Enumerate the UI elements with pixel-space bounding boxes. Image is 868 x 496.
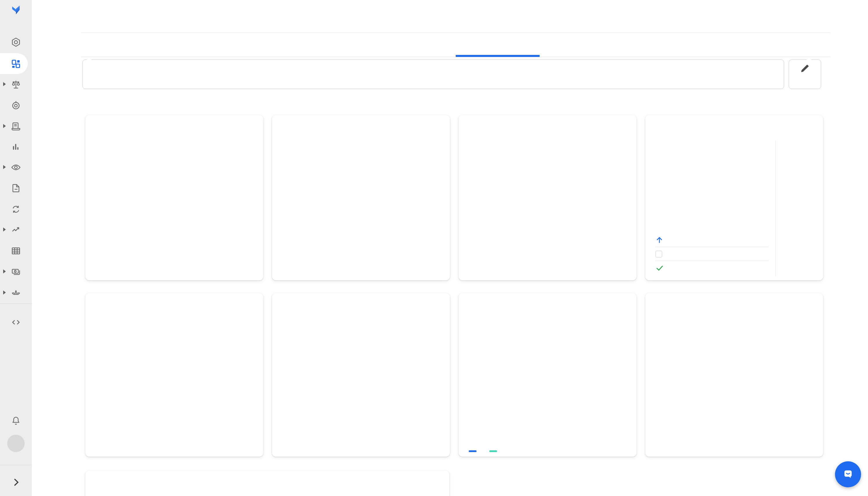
scatter-chart <box>272 179 450 280</box>
legend-item-forecast <box>489 450 500 452</box>
sidebar-item-growth[interactable] <box>0 288 32 298</box>
bar-chart-icon <box>11 142 21 152</box>
legend-swatch-actual <box>469 450 477 452</box>
document-icon <box>11 183 21 193</box>
card-unapproved-debit <box>272 115 450 280</box>
stacked-bar-chart <box>88 182 261 279</box>
search-input[interactable] <box>89 60 768 75</box>
trend-icon <box>11 224 21 235</box>
sidebar-expand-button[interactable] <box>0 477 32 487</box>
sidebar-item-analysis[interactable] <box>0 142 32 152</box>
avatar[interactable] <box>7 435 25 452</box>
card-smart-home <box>85 293 263 457</box>
sidebar-item-balances[interactable] <box>0 79 32 90</box>
bar-chart <box>89 358 260 455</box>
sidebar-item-reports[interactable] <box>0 183 32 193</box>
gear-icon <box>11 37 21 47</box>
sidebar-item-payments[interactable] <box>0 266 32 277</box>
card-balances-by-entity <box>272 293 450 457</box>
sidebar-item-goals[interactable] <box>0 100 32 110</box>
trovata-logo-icon <box>11 5 21 15</box>
card-collections <box>85 115 263 280</box>
area-chart <box>459 173 637 279</box>
bell-icon <box>11 416 21 426</box>
sidebar-item-developer[interactable] <box>0 317 32 327</box>
pie-chart <box>275 350 446 455</box>
payments-icon <box>11 266 21 277</box>
sync-icon <box>11 204 21 215</box>
chat-launcher-button[interactable] <box>835 461 861 487</box>
sidebar-item-transactions[interactable] <box>0 121 32 131</box>
sidebar-item-insights[interactable] <box>0 162 32 173</box>
goal-icon <box>11 100 21 110</box>
target-bal-row <box>655 247 769 261</box>
edit-button[interactable] <box>789 60 821 89</box>
donut-chart <box>781 240 817 276</box>
sidebar-divider <box>0 304 32 304</box>
sidebar <box>0 0 32 496</box>
receipt-icon <box>11 121 21 131</box>
arrow-up-icon <box>655 236 663 244</box>
plant-icon <box>11 288 21 298</box>
sidebar-item-forecasts[interactable] <box>0 224 32 235</box>
net-excess-row <box>655 233 769 247</box>
sidebar-item-data[interactable] <box>0 246 32 256</box>
code-icon <box>11 317 21 327</box>
legend-swatch-forecast <box>489 450 497 452</box>
card-us-ops-cash-position <box>645 115 823 280</box>
search-dashboard-field <box>83 60 784 89</box>
sidebar-item-settings[interactable] <box>0 37 32 47</box>
check-icon <box>655 264 664 272</box>
chevron-right-icon <box>11 477 21 487</box>
line-chart <box>468 342 627 439</box>
scales-icon <box>11 79 21 90</box>
dashboard-grid-icon <box>11 59 21 69</box>
vertical-divider <box>775 140 776 276</box>
card-key-vendors <box>85 470 449 496</box>
sidebar-divider <box>0 465 32 465</box>
tab-executive[interactable] <box>456 33 540 57</box>
checkbox-icon[interactable] <box>655 251 662 258</box>
chat-icon <box>841 467 855 482</box>
notifications-button[interactable] <box>0 416 32 426</box>
tab-treasury[interactable] <box>372 33 456 57</box>
card-prev-day-trans <box>645 293 823 457</box>
card-acme-corp <box>459 293 637 457</box>
tabs-bar <box>81 32 830 57</box>
status-row <box>655 261 769 275</box>
range-bar-chart <box>649 365 819 453</box>
legend-item-actual <box>469 450 479 452</box>
eye-icon <box>11 162 21 173</box>
chart-legend <box>469 450 500 452</box>
sidebar-item-recurring[interactable] <box>0 204 32 215</box>
sidebar-item-dashboard[interactable] <box>0 59 32 69</box>
card-cash-balance-trends <box>459 115 637 280</box>
table-icon <box>11 246 21 256</box>
pencil-icon <box>799 62 811 74</box>
app-logo[interactable] <box>0 5 32 15</box>
